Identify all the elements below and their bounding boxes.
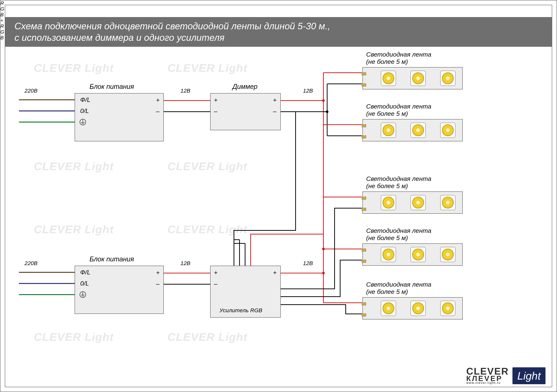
- led-chip-icon: [439, 245, 457, 264]
- led-strip-label-5: Светодиодная лента(не более 5 м): [366, 281, 431, 295]
- svg-point-39: [386, 76, 390, 80]
- led-strip-pad: [362, 260, 366, 263]
- svg-point-69: [416, 253, 420, 256]
- logo-block: CLEVER КЛЕVЕР www.clever-light.ru Light: [466, 367, 546, 384]
- led-chip-icon: [379, 121, 398, 139]
- led-chip-icon: [379, 299, 398, 318]
- led-strip-pad: [362, 302, 366, 305]
- svg-point-78: [416, 306, 420, 310]
- led-chip-icon: [439, 69, 457, 88]
- led-chip-icon: [379, 69, 398, 88]
- logo-light: Light: [512, 367, 546, 384]
- led-chip-icon: [409, 299, 427, 318]
- led-strip-label-1: Светодиодная лента(не более 5 м): [366, 51, 431, 65]
- led-chip-icon: [409, 121, 427, 139]
- svg-point-60: [416, 201, 420, 204]
- led-strip-label-4: Светодиодная лента(не более 5 м): [366, 227, 431, 241]
- led-strip-pad: [362, 124, 366, 127]
- svg-point-66: [386, 253, 390, 256]
- led-strip-pad: [362, 248, 366, 252]
- svg-point-36: [322, 248, 325, 250]
- svg-point-81: [446, 306, 450, 310]
- led-strip-label-2: Светодиодная лента(не более 5 м): [366, 103, 431, 117]
- svg-point-57: [386, 201, 390, 204]
- svg-point-54: [446, 128, 450, 132]
- led-strip-pad: [362, 72, 366, 75]
- wiring-layer: [0, 0, 557, 392]
- led-strip-pad: [362, 83, 366, 87]
- led-strip-pad: [362, 136, 366, 138]
- led-chip-icon: [409, 69, 427, 88]
- svg-point-42: [416, 76, 420, 80]
- led-chip-icon: [439, 193, 457, 212]
- led-strip-label-3: Светодиодная лента(не более 5 м): [366, 175, 431, 190]
- page: CLEVER Light CLEVER Light CLEVER Light C…: [0, 0, 557, 392]
- led-chip-icon: [409, 245, 427, 264]
- svg-point-63: [446, 201, 450, 204]
- led-strip-pad: [362, 208, 366, 211]
- svg-point-51: [416, 128, 420, 132]
- led-chip-icon: [439, 299, 457, 318]
- led-strip-pad: [362, 313, 366, 317]
- led-strip-pad: [362, 197, 366, 200]
- svg-point-35: [322, 272, 325, 274]
- logo-clever-bottom: КЛЕVЕР: [466, 375, 509, 382]
- led-chip-icon: [409, 193, 427, 212]
- led-chip-icon: [379, 245, 398, 264]
- svg-point-45: [446, 76, 450, 80]
- logo-clever: CLEVER КЛЕVЕР www.clever-light.ru: [466, 367, 509, 384]
- led-chip-icon: [439, 121, 457, 139]
- svg-point-48: [386, 128, 390, 132]
- svg-point-75: [386, 306, 390, 310]
- svg-point-72: [446, 253, 450, 256]
- led-chip-icon: [379, 193, 398, 212]
